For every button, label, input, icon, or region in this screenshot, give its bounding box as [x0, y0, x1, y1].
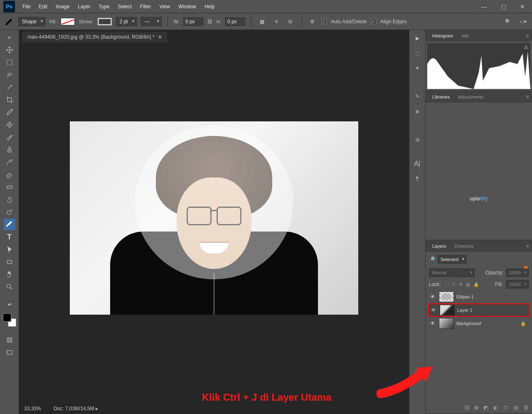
menu-filter[interactable]: Filter	[136, 0, 155, 13]
lock-icon[interactable]: 🔒	[520, 321, 529, 326]
tab-libraries[interactable]: Libraries	[428, 91, 454, 103]
brush-preset-icon[interactable]: ≣	[412, 106, 422, 116]
stroke-swatch[interactable]	[98, 18, 112, 25]
layer-name[interactable]: Ellipse 1	[456, 294, 474, 299]
lock-pos-icon[interactable]: ✥	[459, 282, 463, 287]
panel-menu-icon[interactable]: ≡	[522, 33, 532, 39]
brush-tool-icon[interactable]	[4, 131, 15, 143]
type-tool-icon[interactable]: T	[4, 231, 15, 243]
group-icon[interactable]: 🗀	[503, 404, 508, 411]
mode-dropdown[interactable]: Shape	[18, 17, 45, 26]
workspace-icon[interactable]: ▭▾	[518, 17, 528, 27]
lock-trans-icon[interactable]: ⬚	[444, 282, 448, 287]
layer-filter-dropdown[interactable]: Selected	[438, 255, 466, 264]
menu-image[interactable]: Image	[52, 0, 74, 13]
layer-name[interactable]: Background	[456, 321, 481, 326]
lock-artboard-icon[interactable]: ▦	[466, 282, 470, 287]
blend-mode-dropdown[interactable]: Normal	[429, 269, 475, 277]
path-align-icon[interactable]: ≡	[271, 17, 281, 27]
dock-icon-2[interactable]: ✦	[412, 63, 422, 73]
hand-tool-icon[interactable]	[4, 269, 15, 280]
menu-window[interactable]: Window	[174, 0, 200, 13]
trash-icon[interactable]: 🗑	[523, 404, 529, 411]
search-icon[interactable]: 🔍	[503, 17, 513, 27]
lasso-tool-icon[interactable]	[4, 69, 15, 81]
menu-select[interactable]: Select	[113, 0, 135, 13]
pen-tool-icon[interactable]	[4, 219, 15, 230]
screenmode-icon[interactable]	[4, 347, 15, 358]
quickmask-icon[interactable]	[4, 334, 15, 346]
lock-all-icon[interactable]: 🔒	[473, 282, 479, 287]
blur-tool-icon[interactable]	[4, 194, 15, 205]
layer-thumb[interactable]	[439, 291, 454, 302]
dock-icon-1[interactable]: ⬚	[412, 48, 422, 58]
brush-panel-icon[interactable]: ✎	[412, 91, 422, 101]
link-icon[interactable]: ⛓	[207, 19, 212, 25]
warning-icon[interactable]: ⚠	[524, 44, 529, 50]
link-layers-icon[interactable]: ⛓	[464, 404, 470, 411]
zoom-tool-icon[interactable]	[4, 281, 15, 293]
panel-menu-icon[interactable]: ≡	[522, 94, 532, 100]
path-select-icon[interactable]	[4, 244, 15, 255]
gradient-tool-icon[interactable]	[4, 181, 15, 193]
zoom-level[interactable]: 33,33%	[24, 406, 41, 412]
wand-tool-icon[interactable]	[4, 81, 15, 93]
marquee-tool-icon[interactable]	[4, 57, 15, 68]
move-tool-icon[interactable]	[4, 44, 15, 56]
auto-add-delete-checkbox[interactable]: Auto Add/Delete	[322, 19, 367, 25]
layer-thumb[interactable]	[439, 318, 454, 329]
path-op-new-icon[interactable]: ▦	[257, 17, 267, 27]
width-input[interactable]	[183, 17, 203, 26]
play-icon[interactable]: ▶	[412, 33, 422, 43]
maximize-button[interactable]: ▢	[494, 1, 513, 12]
fx-icon[interactable]: fx	[475, 404, 478, 411]
align-edges-checkbox[interactable]: Align Edges	[371, 19, 407, 25]
doc-size[interactable]: Doc: 7,03M/14,5M ▸	[54, 406, 98, 412]
menu-view[interactable]: View	[155, 0, 174, 13]
menu-file[interactable]: File	[18, 0, 34, 13]
clone-panel-icon[interactable]: ⧉	[412, 135, 422, 145]
history-brush-icon[interactable]	[4, 156, 15, 168]
swap-colors-icon[interactable]: ⇄	[4, 298, 15, 310]
visibility-icon[interactable]: 👁	[430, 306, 437, 314]
gear-icon[interactable]: ⚙	[308, 17, 318, 27]
layer-name[interactable]: Layer 1	[457, 308, 473, 313]
crop-tool-icon[interactable]	[4, 94, 15, 106]
fill-swatch[interactable]	[61, 18, 75, 25]
document-tab[interactable]: man-449406_1920.jpg @ 33,3% (Background,…	[22, 32, 167, 42]
visibility-icon[interactable]: 👁	[429, 320, 436, 327]
tab-channels[interactable]: Channels	[450, 240, 478, 252]
collapse-icon[interactable]: »	[4, 32, 15, 43]
layer-row-ellipse[interactable]: 👁 Ellipse 1	[428, 290, 530, 303]
tab-layers[interactable]: Layers	[428, 240, 450, 252]
adjustment-layer-icon[interactable]: ◐	[493, 404, 498, 411]
pen-tool-preset-icon[interactable]	[4, 17, 14, 27]
path-arrange-icon[interactable]: ⧉	[286, 17, 296, 27]
tab-histogram[interactable]: Histogram	[428, 30, 457, 42]
character-panel-icon[interactable]: A|	[412, 159, 422, 169]
opacity-input[interactable]: 100%	[506, 269, 529, 277]
menu-edit[interactable]: Edit	[34, 0, 52, 13]
canvas[interactable]: Klik Ctrl + J di Layer Utama	[19, 42, 409, 403]
new-layer-icon[interactable]: ▤	[513, 404, 518, 411]
dodge-tool-icon[interactable]	[4, 206, 15, 218]
heal-tool-icon[interactable]	[4, 119, 15, 131]
search-kind-icon[interactable]: 🔎	[429, 256, 435, 262]
stamp-tool-icon[interactable]	[4, 144, 15, 155]
mask-icon[interactable]: ◩	[483, 404, 488, 411]
lock-pixel-icon[interactable]: ✎	[452, 282, 456, 287]
layer-row-background[interactable]: 👁 Background 🔒	[428, 317, 530, 330]
height-input[interactable]	[225, 17, 245, 26]
menu-type[interactable]: Type	[94, 0, 113, 13]
color-swatches[interactable]	[3, 313, 16, 327]
eyedropper-tool-icon[interactable]	[4, 106, 15, 118]
stroke-width-dropdown[interactable]: 2 pt	[116, 17, 137, 26]
tab-info[interactable]: Info	[457, 30, 473, 42]
eraser-tool-icon[interactable]	[4, 169, 15, 180]
panel-menu-icon[interactable]: ≡	[522, 243, 532, 249]
minimize-button[interactable]: —	[475, 1, 494, 12]
tab-adjustments[interactable]: Adjustments	[454, 91, 488, 103]
stroke-style-dropdown[interactable]: —	[141, 17, 162, 26]
fill-input[interactable]: 100%	[506, 280, 529, 288]
layer-row-layer1[interactable]: 👁 Layer 1	[428, 303, 530, 317]
